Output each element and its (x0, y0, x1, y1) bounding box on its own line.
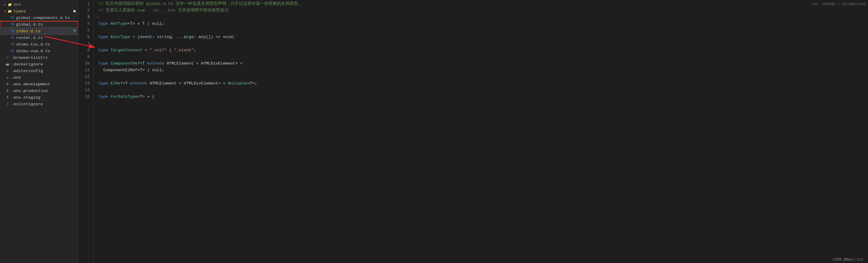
code-line-11: ComponentElRef<T> | null; (98, 67, 868, 74)
sidebar-item-router-d[interactable]: TS router.d.ts (0, 34, 78, 41)
status-text: CSDN @Bwcx.ico (833, 258, 863, 262)
type-token: ElRef (111, 80, 123, 87)
sidebar-item-dockerignore[interactable]: 🐳 .dockerignore (0, 61, 78, 67)
code-token: <T> = { (137, 93, 155, 100)
line-num-8: 8 (79, 47, 90, 54)
keyword-token: type (98, 93, 111, 100)
modified-badge (73, 10, 76, 12)
dollar-icon: $ (5, 82, 10, 87)
code-line-12 (98, 74, 868, 80)
line-num-11: 11 (79, 67, 90, 74)
sidebar-item-editorconfig[interactable]: ⚙ .editorconfig (0, 67, 78, 74)
ts-file-icon: TS (10, 42, 15, 47)
line-num-1: 1 (79, 1, 90, 7)
code-content[interactable]: // 此文件跟同级目录的 global.d.ts 文件一样也是全局类型声明，只不… (93, 0, 868, 263)
code-token: <T>; (247, 80, 257, 87)
sidebar-item-global-d[interactable]: TS global.d.ts (0, 21, 78, 28)
gear-icon: ⚙ (5, 68, 10, 73)
gear-icon: ⚙ (5, 75, 10, 80)
sidebar-item-label: shims-tsx.d.ts (16, 42, 78, 47)
line-num-7: 7 (79, 40, 90, 47)
code-token: | (167, 47, 174, 54)
sidebar-item-label: types (13, 9, 73, 13)
string-token: "_blank" (174, 47, 194, 54)
sidebar-item-label: .eslintignore (11, 102, 78, 107)
line-num-5: 5 (79, 27, 90, 34)
code-token: ; (194, 47, 196, 54)
code-line-15: type ForDataType<T> = { (98, 93, 868, 100)
sidebar-item-label: .browserslistrc (11, 56, 78, 60)
sidebar-item-index-d[interactable]: TS index.d.ts M (0, 28, 78, 34)
code-line-6: type EmitType = (event: string, ...args:… (98, 34, 868, 40)
sidebar-item-shims-vue[interactable]: TS shims-vue.d.ts (0, 48, 78, 54)
code-line-13: type ElRef<T extends HTMLElement = HTMLD… (98, 80, 868, 87)
code-token: : string, ... (152, 34, 184, 40)
sidebar-item-label: src (13, 2, 78, 7)
line-numbers: 1 2 3 4 5 6 7 8 9 10 11 12 13 14 15 (79, 0, 93, 263)
code-line-10: type ComponentRef<T extends HTMLElement … (98, 60, 868, 67)
code-editor: You, 1秒钟前 • Uncommitted 1 2 3 4 5 6 7 8 … (79, 0, 868, 263)
comment-token: // 无需引入直接在.vue 、.ts 、.tsx 文件使用即可获得类型提示 (98, 7, 228, 14)
code-token: HTMLElement = HTMLDivElement> = (164, 60, 243, 67)
param-token: event (140, 34, 152, 40)
code-line-8: type TargetContext = "_self" | "_blank"; (98, 47, 868, 54)
keyword-token: type (98, 80, 111, 87)
line-num-9: 9 (79, 54, 90, 60)
code-line-7 (98, 40, 868, 47)
code-token: <T (140, 60, 147, 67)
extends-token: extends (147, 60, 164, 67)
sidebar-item-src[interactable]: 📁 src (0, 1, 78, 8)
folder-open-icon: 📂 (7, 9, 13, 13)
line-num-15: 15 (79, 93, 90, 100)
ts-file-icon: TS (10, 22, 15, 27)
sidebar-item-types[interactable]: 📂 types (0, 8, 78, 14)
code-line-5 (98, 27, 868, 34)
code-token: <T (123, 80, 130, 87)
sidebar-item-label: .dockerignore (11, 62, 78, 67)
sidebar-item-env[interactable]: ⚙ .env (0, 74, 78, 81)
line-num-14: 14 (79, 87, 90, 93)
type-token: RefType (111, 21, 128, 27)
sidebar-item-eslintignore[interactable]: ≡ .eslintignore (0, 101, 78, 107)
code-line-1: // 此文件跟同级目录的 global.d.ts 文件一样也是全局类型声明，只不… (98, 1, 868, 7)
keyword-token: type (98, 34, 111, 40)
cursor-arrow-icon: → (95, 14, 99, 20)
sidebar-item-label: .editorconfig (11, 69, 78, 73)
dollar-icon: $ (5, 88, 10, 93)
sidebar-item-label: .env.staging (11, 95, 78, 100)
code-line-9 (98, 54, 868, 60)
line-num-10: 10 (79, 60, 90, 67)
code-token: = (142, 47, 150, 54)
docker-icon: 🐳 (5, 62, 10, 67)
param-token: args (184, 34, 194, 40)
code-token: HTMLElement = HTMLDivElement> = (147, 80, 228, 87)
sidebar-item-label: .env.production (11, 89, 78, 93)
line-num-2: 2 (79, 7, 90, 14)
modified-badge: M (73, 29, 78, 33)
type-token: ComponentRef (111, 60, 140, 67)
sidebar-item-label: .env.development (11, 82, 78, 87)
line-num-4: 4 (79, 21, 90, 27)
sidebar-item-shims-tsx[interactable]: TS shims-tsx.d.ts (0, 41, 78, 48)
comment-token: // 此文件跟同级目录的 global.d.ts 文件一样也是全局类型声明，只不… (98, 1, 302, 7)
sidebar-item-label: shims-vue.d.ts (16, 49, 78, 53)
sidebar-item-env-development[interactable]: $ .env.development (0, 81, 78, 87)
sidebar-item-label: .env (11, 76, 78, 80)
code-token: <T> = T | null; (128, 21, 164, 27)
chevron-icon (2, 2, 7, 7)
ts-file-icon: TS (10, 35, 15, 40)
keyword-token: type (98, 21, 111, 27)
sidebar-item-browserslistrc[interactable]: ≡ .browserslistrc (0, 54, 78, 61)
code-line-14 (98, 87, 868, 93)
type-token: EmitType (111, 34, 130, 40)
string-token: "_self" (150, 47, 167, 54)
code-token: ComponentElRef<T> | null; (98, 67, 164, 74)
sidebar-item-env-production[interactable]: $ .env.production (0, 87, 78, 94)
sidebar-item-env-staging[interactable]: $ .env.staging (0, 94, 78, 101)
ts-file-icon: TS (10, 29, 15, 33)
line-num-12: 12 (79, 74, 90, 80)
sidebar-item-global-components[interactable]: TS global-components.d.ts (0, 14, 78, 21)
list-icon: ≡ (5, 101, 10, 107)
nullable-token: Nullable (228, 80, 247, 87)
ts-file-icon: TS (10, 49, 15, 53)
